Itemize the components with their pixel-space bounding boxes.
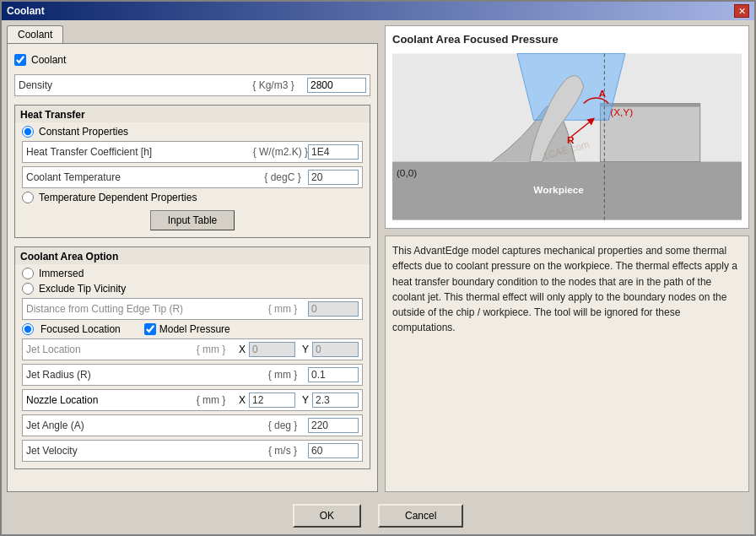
focused-radio[interactable]: [22, 323, 34, 335]
coolant-temp-unit: { degC }: [257, 171, 308, 183]
jet-velocity-unit: { m/s }: [257, 445, 308, 457]
exclude-tip-row: Exclude Tip Vicinity: [22, 283, 363, 295]
focused-row: Focused Location Model Pressure: [22, 323, 363, 335]
htc-row: Heat Transfer Coefficient [h] { W/(m2.K)…: [22, 141, 363, 163]
jet-location-y-input[interactable]: [312, 342, 359, 357]
constant-properties-row: Constant Properties: [22, 126, 363, 138]
htc-input[interactable]: [308, 144, 359, 160]
coolant-temp-input[interactable]: [308, 170, 359, 185]
density-label: Density: [19, 79, 240, 91]
jet-radius-label: Jet Radius (R): [26, 369, 257, 381]
jet-radius-input[interactable]: [308, 367, 359, 382]
window-body: Coolant Coolant Density { Kg/m3 } Heat T…: [2, 20, 754, 497]
immersed-row: Immersed: [22, 268, 363, 279]
nozzle-location-y-label: Y: [302, 394, 309, 406]
distance-label: Distance from Cutting Edge Tip (R): [26, 303, 257, 315]
jet-angle-row: Jet Angle (A) { deg }: [22, 414, 363, 436]
nozzle-location-y-input[interactable]: [312, 393, 359, 408]
immersed-radio[interactable]: [22, 268, 34, 279]
description-box: This AdvantEdge model captures mechanica…: [385, 236, 749, 492]
exclude-tip-label: Exclude Tip Vicinity: [39, 283, 126, 295]
tab-coolant[interactable]: Coolant: [7, 25, 63, 43]
diagram-area: A (X,Y) R (0,0) Workpiece: [392, 52, 742, 221]
coolant-checkbox-row: Coolant: [14, 51, 370, 69]
heat-transfer-section: Heat Transfer Constant Properties Heat T…: [14, 105, 370, 238]
coolant-checkbox[interactable]: [14, 54, 26, 66]
exclude-tip-radio[interactable]: [22, 283, 34, 295]
nozzle-location-label: Nozzle Location: [26, 394, 186, 406]
jet-location-label: Jet Location: [26, 344, 186, 355]
diagram-box: Coolant Area Focused Pressure: [385, 25, 749, 229]
jet-location-row: Jet Location { mm } X Y: [22, 338, 363, 360]
nozzle-location-unit: { mm }: [190, 394, 232, 406]
jet-location-unit: { mm }: [190, 344, 232, 355]
nozzle-location-x-label: X: [239, 394, 246, 406]
jet-velocity-input[interactable]: [308, 443, 359, 458]
jet-angle-input[interactable]: [308, 418, 359, 433]
ok-button[interactable]: OK: [293, 504, 361, 528]
density-row: Density { Kg/m3 }: [14, 74, 370, 96]
title-bar: Coolant ✕: [2, 2, 754, 20]
jet-velocity-row: Jet Velocity { m/s }: [22, 440, 363, 462]
svg-text:Workpiece: Workpiece: [533, 184, 584, 196]
heat-transfer-body: Constant Properties Heat Transfer Coeffi…: [15, 122, 370, 237]
diagram-svg: A (X,Y) R (0,0) Workpiece: [392, 52, 742, 221]
temp-dependent-row: Temperature Dependent Properties: [22, 192, 363, 203]
distance-input[interactable]: [308, 301, 359, 317]
density-unit: { Kg/m3 }: [240, 79, 307, 91]
jet-velocity-label: Jet Velocity: [26, 445, 257, 457]
coolant-area-section: Coolant Area Option Immersed Exclude Tip…: [14, 246, 370, 469]
jet-location-y-label: Y: [302, 344, 309, 355]
input-table-button[interactable]: Input Table: [150, 210, 235, 230]
temp-dependent-radio[interactable]: [22, 192, 34, 203]
htc-label: Heat Transfer Coefficient [h]: [26, 146, 253, 158]
window-title: Coolant: [7, 5, 45, 17]
nozzle-location-x-input[interactable]: [249, 393, 295, 408]
svg-text:(0,0): (0,0): [397, 167, 417, 179]
distance-row: Distance from Cutting Edge Tip (R) { mm …: [22, 298, 363, 320]
constant-properties-radio[interactable]: [22, 126, 34, 138]
distance-unit: { mm }: [257, 303, 308, 315]
jet-angle-label: Jet Angle (A): [26, 420, 257, 431]
left-panel: Coolant Coolant Density { Kg/m3 } Heat T…: [7, 25, 378, 492]
coolant-label: Coolant: [31, 54, 66, 66]
heat-transfer-title: Heat Transfer: [15, 106, 370, 122]
coolant-area-title: Coolant Area Option: [15, 247, 370, 264]
immersed-label: Immersed: [39, 268, 84, 279]
nozzle-location-row: Nozzle Location { mm } X Y: [22, 389, 363, 411]
coolant-temp-label: Coolant Temperature: [26, 171, 257, 183]
jet-radius-unit: { mm }: [257, 369, 308, 381]
focused-label: Focused Location: [40, 323, 121, 335]
htc-unit: { W/(m2.K) }: [253, 146, 308, 158]
coolant-area-body: Immersed Exclude Tip Vicinity Distance f…: [15, 264, 370, 468]
bottom-bar: OK Cancel: [2, 497, 754, 534]
coolant-temp-row: Coolant Temperature { degC }: [22, 166, 363, 188]
constant-properties-label: Constant Properties: [39, 126, 128, 138]
diagram-title: Coolant Area Focused Pressure: [392, 33, 742, 46]
main-window: Coolant ✕ Coolant Coolant Density { Kg/m…: [0, 0, 756, 536]
density-input[interactable]: [307, 78, 366, 93]
jet-angle-unit: { deg }: [257, 420, 308, 431]
jet-radius-row: Jet Radius (R) { mm }: [22, 364, 363, 386]
svg-text:A: A: [598, 88, 606, 100]
right-panel: Coolant Area Focused Pressure: [385, 25, 749, 492]
svg-text:(X,Y): (X,Y): [610, 106, 633, 118]
temp-dependent-label: Temperature Dependent Properties: [39, 192, 197, 203]
model-pressure-checkbox[interactable]: [144, 323, 156, 335]
close-button[interactable]: ✕: [734, 4, 749, 18]
panel-content: Coolant Density { Kg/m3 } Heat Transfer …: [7, 43, 378, 492]
jet-location-x-input[interactable]: [249, 342, 295, 357]
tab-bar: Coolant: [7, 25, 378, 43]
description-text: This AdvantEdge model captures mechanica…: [392, 245, 737, 333]
jet-location-x-label: X: [239, 344, 246, 355]
cancel-button[interactable]: Cancel: [378, 504, 463, 528]
model-pressure-label: Model Pressure: [159, 323, 230, 335]
